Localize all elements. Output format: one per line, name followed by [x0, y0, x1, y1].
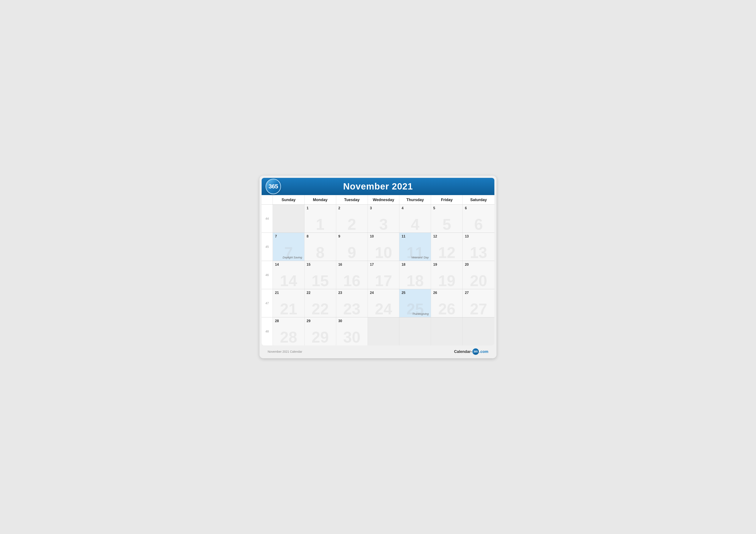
day-number: 12: [433, 235, 460, 238]
ghost-number: 3: [379, 216, 388, 232]
day-number: 23: [338, 291, 365, 295]
week-num-48: 48: [262, 318, 273, 345]
week-row-48: 48282829293030: [262, 318, 494, 345]
page-footer: November 2021 Calendar Calendar- 365 .co…: [262, 345, 494, 356]
ghost-number: 9: [348, 245, 356, 260]
day-cell-empty-00: [273, 205, 305, 233]
ghost-number: 8: [316, 245, 325, 260]
day-cell-28: 2828: [273, 318, 305, 345]
day-cell-20: 2020: [463, 261, 494, 289]
day-cell-1: 11: [305, 205, 336, 233]
calendar-body: Sunday Monday Tuesday Wednesday Thursday…: [262, 195, 494, 345]
ghost-number: 28: [280, 329, 297, 345]
week-num-header: [262, 195, 273, 204]
day-number: 25: [401, 291, 429, 295]
ghost-number: 20: [470, 273, 487, 289]
event-label: Veterans' Day: [411, 256, 429, 259]
day-number: 2: [338, 206, 365, 210]
day-cell-24: 2424: [368, 289, 399, 317]
day-cell-empty-45: [431, 318, 463, 345]
dow-sunday: Sunday: [273, 195, 305, 204]
day-number: 8: [307, 235, 334, 238]
day-cell-2: 22: [336, 205, 368, 233]
week-num-44: 44: [262, 205, 273, 233]
day-cell-29: 2929: [305, 318, 336, 345]
dow-saturday: Saturday: [463, 195, 494, 204]
day-cell-4: 44: [399, 205, 431, 233]
day-cell-19: 1919: [431, 261, 463, 289]
day-cell-10: 1010: [368, 233, 399, 261]
event-label: Thanksgiving: [412, 312, 429, 316]
day-cell-11: 1111Veterans' Day: [399, 233, 431, 261]
week-num-47: 47: [262, 289, 273, 317]
day-number: 26: [433, 291, 460, 295]
event-label: Daylight Saving: [283, 256, 302, 259]
day-number: 13: [465, 235, 492, 238]
day-number: 22: [307, 291, 334, 295]
brand-pre: Calendar-: [454, 349, 472, 354]
ghost-number: 10: [375, 245, 392, 260]
day-number: 20: [465, 263, 492, 267]
day-cell-14: 1414: [273, 261, 305, 289]
ghost-number: 2: [348, 216, 356, 232]
logo-badge: 365: [265, 179, 281, 194]
calendar-header: 365 November 2021: [262, 178, 494, 195]
day-number: 21: [275, 291, 302, 295]
day-cell-17: 1717: [368, 261, 399, 289]
dow-wednesday: Wednesday: [368, 195, 399, 204]
ghost-number: 19: [438, 273, 455, 289]
calendar-container: 365 November 2021 Sunday Monday Tuesday …: [259, 176, 497, 358]
day-cell-8: 88: [305, 233, 336, 261]
ghost-number: 14: [280, 273, 297, 289]
brand-dom: .com: [479, 349, 488, 354]
day-cell-12: 1212: [431, 233, 463, 261]
week-row-47: 4721212222232324242525Thanksgiving262627…: [262, 289, 494, 318]
day-number: 30: [338, 319, 365, 323]
ghost-number: 27: [470, 301, 487, 317]
day-cell-25: 2525Thanksgiving: [399, 289, 431, 317]
calendar-title: November 2021: [268, 181, 488, 191]
week-row-44: 44112233445566: [262, 205, 494, 233]
week-row-46: 461414151516161717181819192020: [262, 261, 494, 289]
ghost-number: 1: [316, 216, 325, 232]
ghost-number: 4: [411, 216, 419, 232]
day-number: 9: [338, 235, 365, 238]
day-number: 19: [433, 263, 460, 267]
day-cell-6: 66: [463, 205, 494, 233]
ghost-number: 21: [280, 301, 297, 317]
ghost-number: 6: [474, 216, 483, 232]
day-number: 24: [370, 291, 397, 295]
day-cell-23: 2323: [336, 289, 368, 317]
day-number: 16: [338, 263, 365, 267]
ghost-number: 30: [343, 329, 361, 345]
day-number: 6: [465, 206, 492, 210]
ghost-number: 24: [375, 301, 392, 317]
dow-monday: Monday: [305, 195, 336, 204]
calendar-grid: 441122334455664577Daylight Saving8899101…: [262, 205, 494, 345]
week-num-46: 46: [262, 261, 273, 289]
day-number: 18: [401, 263, 429, 267]
day-number: 3: [370, 206, 397, 210]
ghost-number: 18: [406, 273, 424, 289]
day-cell-7: 77Daylight Saving: [273, 233, 305, 261]
day-cell-3: 33: [368, 205, 399, 233]
dow-thursday: Thursday: [399, 195, 431, 204]
day-cell-empty-46: [463, 318, 494, 345]
day-number: 11: [401, 235, 429, 238]
day-number: 28: [275, 319, 302, 323]
day-cell-empty-43: [368, 318, 399, 345]
day-number: 10: [370, 235, 397, 238]
day-cell-27: 2727: [463, 289, 494, 317]
dow-friday: Friday: [431, 195, 463, 204]
ghost-number: 15: [311, 273, 329, 289]
day-number: 5: [433, 206, 460, 210]
day-cell-21: 2121: [273, 289, 305, 317]
ghost-number: 23: [343, 301, 361, 317]
day-number: 27: [465, 291, 492, 295]
day-cell-5: 55: [431, 205, 463, 233]
day-number: 29: [307, 319, 334, 323]
day-number: 7: [275, 235, 302, 238]
day-number: 4: [401, 206, 429, 210]
day-cell-18: 1818: [399, 261, 431, 289]
day-cell-13: 1313: [463, 233, 494, 261]
